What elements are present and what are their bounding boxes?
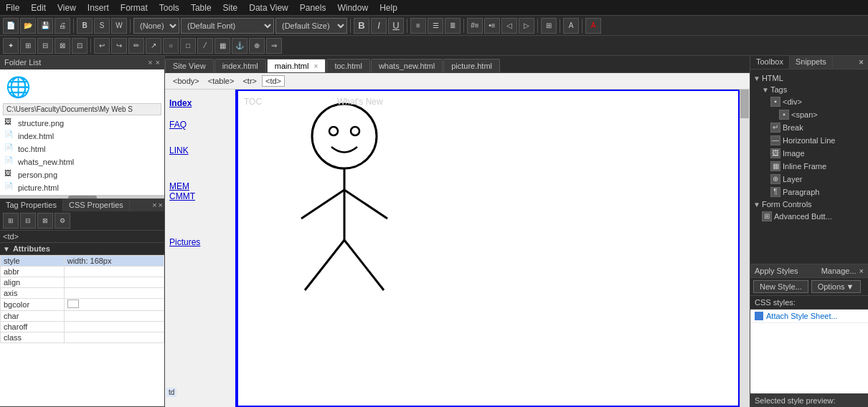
menu-table[interactable]: Table — [185, 1, 217, 14]
line-icon[interactable]: ⁄ — [197, 38, 213, 54]
breadcrumb-tr[interactable]: <tr> — [239, 75, 260, 87]
tab-whats-new[interactable]: whats_new.html — [371, 59, 443, 72]
mode-icon4[interactable]: ⊠ — [55, 38, 70, 54]
menu-site[interactable]: Site — [217, 1, 244, 14]
attr-value[interactable]: width: 168px — [64, 256, 164, 267]
editor-scrollbar[interactable] — [740, 90, 750, 407]
new-style-button[interactable]: New Style... — [753, 280, 808, 293]
tag-div[interactable]: ▪ <div> — [770, 95, 865, 108]
tag-props-expand[interactable]: × — [152, 201, 156, 210]
attr-row[interactable]: abbr — [1, 267, 164, 277]
css-properties-tab[interactable]: CSS Properties — [63, 199, 130, 211]
attr-row[interactable]: stylewidth: 168px — [1, 256, 164, 267]
file-picture-html[interactable]: 📄 picture.html — [3, 181, 161, 194]
form-controls-header[interactable]: ▼ Form Controls — [753, 198, 865, 210]
attributes-table-container[interactable]: stylewidth: 168pxabbralignaxisbgcolorcha… — [0, 255, 164, 406]
attr-value[interactable] — [64, 299, 164, 311]
align-left[interactable]: ≡ — [410, 18, 426, 34]
mode-icon2[interactable]: ⊞ — [20, 38, 36, 54]
save-icon[interactable]: 💾 — [37, 18, 53, 34]
content-editor[interactable]: TOC What's New — [237, 90, 740, 407]
attr-value[interactable] — [64, 277, 164, 288]
mode-icon5[interactable]: ⊡ — [72, 38, 88, 54]
attr-value[interactable] — [64, 288, 164, 299]
draw-icon[interactable]: ✏ — [128, 38, 144, 54]
rect-icon[interactable]: □ — [180, 38, 196, 54]
nav-index[interactable]: Index — [168, 95, 232, 111]
style-dropdown[interactable]: (None) — [133, 18, 179, 34]
undo-icon[interactable]: ↩ — [94, 38, 110, 54]
select-icon[interactable]: ▦ — [214, 38, 230, 54]
tag-properties-tab[interactable]: Tag Properties — [0, 199, 63, 211]
menu-insert[interactable]: Insert — [82, 1, 115, 14]
indent-out[interactable]: ◁ — [501, 18, 517, 34]
format-bold[interactable]: B — [354, 18, 369, 34]
align-center[interactable]: ☰ — [428, 18, 443, 34]
tag-iframe[interactable]: ▦ Inline Frame — [770, 160, 865, 173]
align-right[interactable]: ≣ — [445, 18, 461, 34]
breadcrumb-body[interactable]: <body> — [169, 75, 203, 87]
attr-row[interactable]: align — [1, 277, 164, 288]
toolbox-close[interactable]: × — [854, 56, 868, 69]
attr-value[interactable] — [64, 311, 164, 322]
menu-edit[interactable]: Edit — [25, 1, 52, 14]
options-button[interactable]: Options ▼ — [811, 280, 861, 293]
menu-view[interactable]: View — [52, 1, 82, 14]
attr-value[interactable] — [64, 267, 164, 277]
tag-advanced-btn[interactable]: ⊞ Advanced Butt... — [762, 210, 865, 223]
tab-site-view[interactable]: Site View — [165, 59, 214, 72]
font-dropdown[interactable]: (Default Font) — [181, 18, 274, 34]
tab-main[interactable]: main.html × — [267, 59, 326, 72]
html-section-header[interactable]: ▼ HTML — [753, 72, 865, 84]
file-structure-png[interactable]: 🖼 structure.png — [3, 117, 161, 130]
format-italic[interactable]: I — [371, 18, 387, 34]
file-whats-new[interactable]: 📄 whats_new.html — [3, 155, 161, 168]
tag-image[interactable]: 🖼 Image — [770, 147, 865, 160]
tag-layer[interactable]: ⊕ Layer — [770, 173, 865, 186]
attr-row[interactable]: char — [1, 311, 164, 322]
attach-style-btn[interactable]: Attach Style Sheet... — [750, 310, 868, 323]
nav-link[interactable]: LINK — [168, 143, 232, 158]
format-underline[interactable]: U — [388, 18, 404, 34]
apply-styles-close[interactable]: × — [859, 267, 864, 275]
snippets-tab[interactable]: Snippets — [790, 56, 833, 69]
tag-props-close[interactable]: × — [159, 201, 163, 210]
folder-list-expand[interactable]: × — [148, 58, 152, 67]
attr-value[interactable] — [64, 332, 164, 343]
font-color[interactable]: A — [585, 18, 601, 34]
menu-window[interactable]: Window — [331, 1, 374, 14]
manage-label[interactable]: Manage... — [821, 267, 857, 275]
oval-icon[interactable]: ○ — [163, 38, 179, 54]
attr-row[interactable]: charoff — [1, 322, 164, 332]
tag-btn4[interactable]: ⚙ — [55, 213, 70, 229]
attr-row[interactable]: bgcolor — [1, 299, 164, 311]
menu-tools[interactable]: Tools — [154, 1, 185, 14]
anchor-icon[interactable]: ⚓ — [232, 38, 247, 54]
nav-mem[interactable]: MEMCMMT — [168, 178, 232, 204]
tag-btn1[interactable]: ⊞ — [3, 213, 19, 229]
tags-header[interactable]: ▼ Tags — [762, 84, 865, 95]
hotspot-icon[interactable]: ⊕ — [249, 38, 265, 54]
arrow-icon[interactable]: ⇒ — [266, 38, 282, 54]
tag-btn2[interactable]: ⊟ — [20, 213, 36, 229]
menu-format[interactable]: Format — [115, 1, 154, 14]
list-ol[interactable]: #≡ — [467, 18, 483, 34]
tab-main-close[interactable]: × — [314, 62, 319, 70]
attr-row[interactable]: axis — [1, 288, 164, 299]
attr-row[interactable]: class — [1, 332, 164, 343]
table-icon[interactable]: ⊞ — [541, 18, 557, 34]
breadcrumb-td[interactable]: <td> — [262, 75, 285, 87]
size-dropdown[interactable]: (Default Size) — [275, 18, 347, 34]
list-ul[interactable]: •≡ — [484, 18, 500, 34]
menu-dataview[interactable]: Data View — [243, 1, 293, 14]
nav-faq[interactable]: FAQ — [168, 117, 232, 133]
tab-picture[interactable]: picture.html — [443, 59, 500, 72]
print-icon[interactable]: 🖨 — [55, 18, 70, 34]
new-icon[interactable]: 📄 — [3, 18, 19, 34]
folder-list-close[interactable]: × — [156, 58, 160, 67]
pointer-icon[interactable]: ↗ — [146, 38, 161, 54]
tab-index[interactable]: index.html — [214, 59, 266, 72]
toolbox-tab[interactable]: Toolbox — [750, 56, 790, 69]
menu-panels[interactable]: Panels — [294, 1, 332, 14]
tag-break[interactable]: ↵ Break — [770, 121, 865, 134]
